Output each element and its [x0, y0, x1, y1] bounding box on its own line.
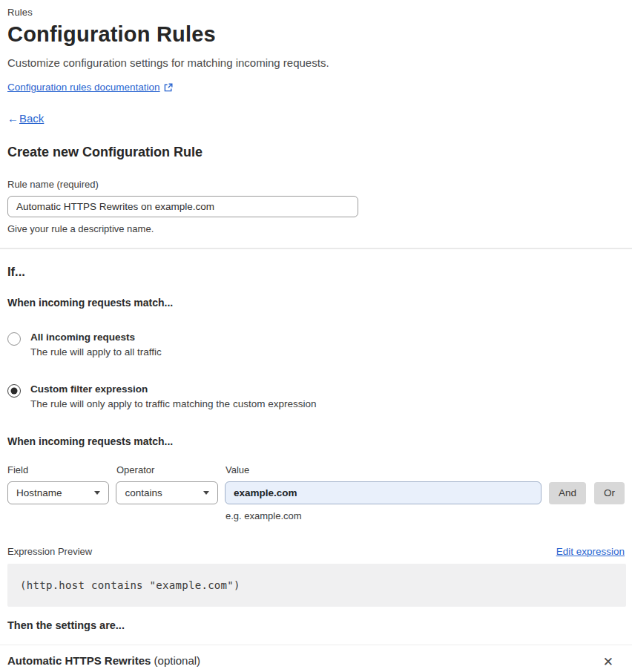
setting-title: Automatic HTTPS Rewrites (optional)	[7, 654, 200, 667]
back-link[interactable]: ←Back	[7, 112, 625, 125]
operator-select-value: contains	[125, 487, 162, 498]
chevron-down-icon	[203, 491, 209, 495]
operator-select[interactable]: contains	[116, 481, 217, 504]
match-heading: When incoming requests match...	[7, 297, 625, 309]
expression-code: (http.host contains "example.com")	[20, 579, 240, 591]
configuration-rules-page: Rules Configuration Rules Customize conf…	[0, 0, 632, 672]
radio-option-label: All incoming requests	[30, 332, 162, 343]
breadcrumb: Rules	[7, 7, 625, 18]
radio-option-all-incoming-requests[interactable]: All incoming requests The rule will appl…	[7, 332, 625, 358]
operator-column-label: Operator	[116, 464, 226, 475]
radio-button[interactable]	[7, 332, 21, 346]
documentation-link[interactable]: Configuration rules documentation	[7, 82, 160, 93]
field-select-value: Hostname	[16, 487, 62, 498]
page-subtitle: Customize configuration settings for mat…	[7, 56, 625, 69]
back-arrow-icon: ←	[7, 112, 19, 125]
field-column-label: Field	[7, 464, 116, 475]
radio-option-description: The rule will apply to all traffic	[30, 346, 162, 358]
setting-name: Automatic HTTPS Rewrites	[7, 654, 151, 667]
setting-divider	[0, 645, 632, 645]
field-select[interactable]: Hostname	[7, 481, 109, 504]
and-button[interactable]: And	[549, 482, 586, 504]
section-divider	[0, 248, 632, 249]
radio-option-label: Custom filter expression	[30, 383, 316, 395]
rule-name-label: Rule name (required)	[7, 179, 625, 190]
rule-name-input[interactable]	[7, 196, 358, 217]
external-link-icon	[164, 83, 173, 92]
setting-optional-label: (optional)	[154, 654, 201, 667]
close-icon[interactable]: ✕	[600, 654, 616, 670]
value-column-label: Value	[226, 464, 544, 475]
value-help-text: e.g. example.com	[226, 510, 625, 521]
expression-preview-label: Expression Preview	[7, 546, 92, 557]
or-button[interactable]: Or	[594, 482, 625, 504]
expression-preview-code-block: (http.host contains "example.com")	[7, 564, 626, 607]
then-settings-heading: Then the settings are...	[7, 619, 625, 631]
value-input[interactable]	[225, 481, 542, 504]
radio-option-custom-filter-expression[interactable]: Custom filter expression The rule will o…	[7, 383, 625, 409]
rule-name-help: Give your rule a descriptive name.	[7, 223, 625, 234]
expression-builder-heading: When incoming requests match...	[7, 435, 625, 447]
edit-expression-link[interactable]: Edit expression	[556, 546, 625, 557]
page-title: Configuration Rules	[7, 22, 625, 47]
back-link-text[interactable]: Back	[19, 112, 44, 125]
if-heading: If...	[7, 265, 625, 279]
chevron-down-icon	[94, 491, 100, 495]
radio-button[interactable]	[7, 384, 21, 398]
radio-option-description: The rule will only apply to traffic matc…	[30, 398, 316, 409]
create-rule-heading: Create new Configuration Rule	[7, 145, 625, 160]
